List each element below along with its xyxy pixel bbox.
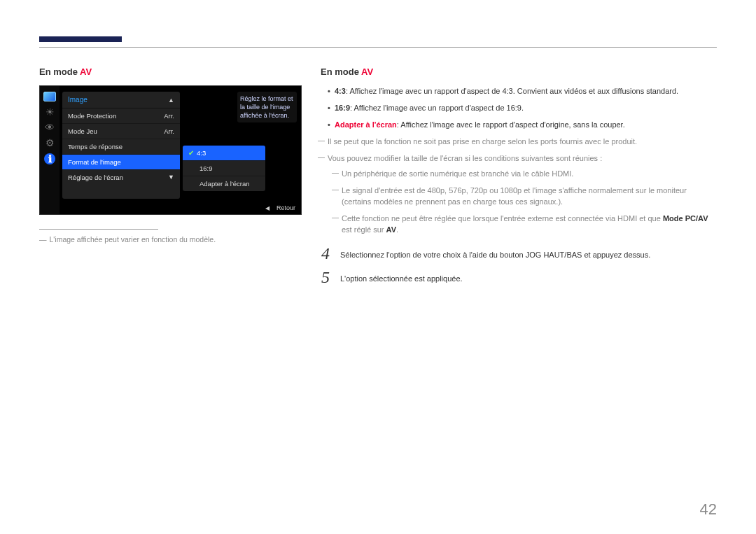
- osd-menu-row: Réglage de l'écran ▼: [62, 170, 180, 185]
- dash-list: Il se peut que la fonction ne soit pas p…: [321, 136, 717, 235]
- bullet-item: Adapter à l'écran: Affichez l'image avec…: [335, 119, 717, 130]
- left-column: En mode AV ☀ 👁 ⚙ ℹ Image ▲ Mode Protecti…: [39, 66, 302, 294]
- osd-menu-row: Mode Jeu Arr.: [62, 124, 180, 139]
- osd-footer-back: Retour: [276, 204, 295, 211]
- osd-menu-label: Réglage de l'écran: [68, 174, 123, 181]
- bullet-text: : Affichez l'image avec un rapport d'asp…: [350, 104, 524, 112]
- osd-menu-row-selected: Format de l'image: [62, 155, 180, 170]
- osd-menu-panel: Image ▲ Mode Protection Arr. Mode Jeu Ar…: [62, 92, 180, 199]
- osd-screenshot: ☀ 👁 ⚙ ℹ Image ▲ Mode Protection Arr. Mod…: [39, 85, 302, 215]
- bullet-text: : Affichez l'image avec un rapport d'asp…: [346, 87, 678, 95]
- right-column: En mode AV 4:3: Affichez l'image avec un…: [321, 66, 717, 294]
- dash-item: Vous pouvez modifier la taille de l'écra…: [328, 153, 717, 235]
- left-arrow-icon: ◀: [265, 205, 270, 211]
- osd-menu-value: Arr.: [164, 112, 174, 120]
- heading-left: En mode AV: [39, 66, 302, 77]
- check-icon: ✔: [188, 149, 194, 157]
- osd-submenu-row-selected: ✔ 4:3: [183, 146, 265, 161]
- heading-av: AV: [80, 66, 92, 77]
- up-arrow-icon: ▲: [168, 97, 174, 104]
- heading-av: AV: [361, 66, 373, 77]
- osd-menu-value: Arr.: [164, 127, 174, 135]
- content-area: En mode AV ☀ 👁 ⚙ ℹ Image ▲ Mode Protecti…: [39, 66, 717, 294]
- info-icon: ℹ: [44, 153, 55, 164]
- osd-menu-label: Temps de réponse: [68, 143, 122, 150]
- bullet-item: 16:9: Affichez l'image avec un rapport d…: [335, 102, 717, 113]
- dash-text-part: .: [396, 225, 398, 234]
- osd-menu-row: Temps de réponse: [62, 139, 180, 155]
- osd-submenu-row: Adapter à l'écran: [183, 176, 265, 191]
- bullet-label: 16:9: [335, 104, 350, 112]
- header-accent-bar: [39, 36, 122, 42]
- osd-footer: ◀ Retour: [265, 204, 295, 211]
- heading-prefix: En mode: [321, 66, 361, 77]
- step-number: 4: [321, 246, 330, 260]
- dash-text-part: est réglé sur: [342, 225, 386, 234]
- osd-menu-row: Mode Protection Arr.: [62, 108, 180, 124]
- caption-dash: ―: [39, 235, 47, 244]
- sun-icon: ☀: [43, 107, 56, 117]
- dash-text: Vous pouvez modifier la taille de l'écra…: [328, 154, 602, 162]
- osd-submenu-label: 4:3: [197, 149, 206, 157]
- av-label: AV: [386, 225, 396, 234]
- dash-inner-item: Cette fonction ne peut être réglée que l…: [342, 213, 717, 235]
- steps-list: 4 Sélectionnez l'option de votre choix à…: [321, 246, 717, 284]
- gear-icon: ⚙: [43, 138, 56, 148]
- dash-item: Il se peut que la fonction ne soit pas p…: [328, 136, 717, 147]
- bullet-item: 4:3: Affichez l'image avec un rapport d'…: [335, 85, 717, 97]
- dash-inner-item: Un périphérique de sortie numérique est …: [342, 168, 717, 179]
- dash-list-inner: Un périphérique de sortie numérique est …: [328, 168, 717, 235]
- osd-menu-title: Image: [68, 96, 88, 104]
- osd-submenu-label: 16:9: [200, 164, 213, 172]
- osd-menu-header: Image ▲: [62, 92, 180, 108]
- osd-submenu-label: Adapter à l'écran: [200, 180, 250, 188]
- osd-submenu-row: 16:9: [183, 161, 265, 176]
- step-number: 5: [321, 270, 330, 284]
- step-text: L'option sélectionnée est appliquée.: [340, 270, 717, 284]
- caption: ―L'image affichée peut varier en fonctio…: [39, 235, 302, 244]
- bullet-label-red: Adapter à l'écran: [335, 120, 397, 129]
- osd-sidebar: ☀ 👁 ⚙ ℹ: [40, 86, 59, 214]
- osd-menu-label: Mode Jeu: [68, 127, 97, 135]
- horizontal-rule: [39, 47, 717, 48]
- monitor-icon: [43, 92, 56, 101]
- mode-pcav-label: Mode PC/AV: [663, 214, 708, 223]
- osd-menu-label: Format de l'image: [68, 158, 121, 166]
- page-number: 42: [700, 500, 717, 519]
- osd-menu-label: Mode Protection: [68, 112, 116, 120]
- eye-icon: 👁: [43, 122, 56, 132]
- bullet-text: : Affichez l'image avec le rapport d'asp…: [397, 120, 625, 129]
- osd-tooltip: Réglez le format et la taille de l'image…: [237, 92, 297, 122]
- down-arrow-icon: ▼: [168, 174, 174, 181]
- heading-prefix: En mode: [39, 66, 80, 77]
- step-text: Sélectionnez l'option de votre choix à l…: [340, 246, 717, 260]
- dash-inner-item: Le signal d'entrée est de 480p, 576p, 72…: [342, 185, 717, 207]
- bullet-list: 4:3: Affichez l'image avec un rapport d'…: [321, 85, 717, 130]
- caption-rule: [39, 229, 158, 230]
- bullet-label: 4:3: [335, 87, 346, 95]
- osd-submenu: ✔ 4:3 16:9 Adapter à l'écran: [183, 146, 265, 191]
- step-item: 5 L'option sélectionnée est appliquée.: [321, 270, 717, 284]
- heading-right: En mode AV: [321, 66, 717, 77]
- caption-text: L'image affichée peut varier en fonction…: [50, 235, 216, 244]
- dash-text-part: Cette fonction ne peut être réglée que l…: [342, 214, 663, 223]
- step-item: 4 Sélectionnez l'option de votre choix à…: [321, 246, 717, 260]
